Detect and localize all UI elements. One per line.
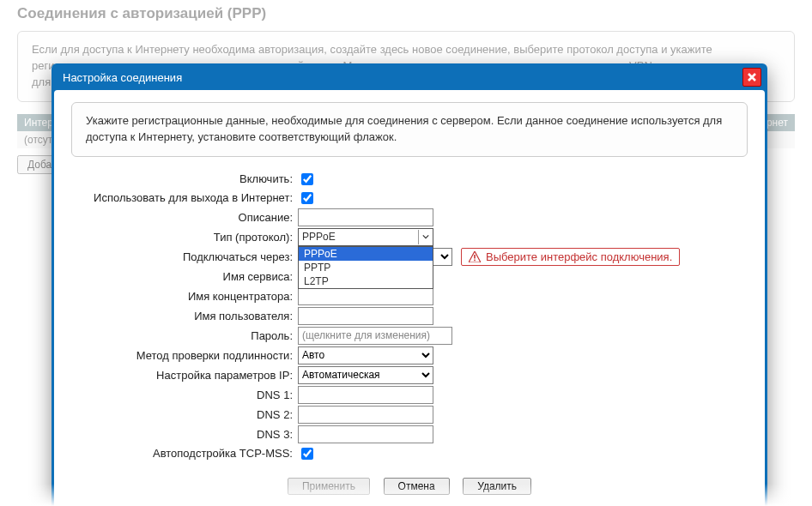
label-auth: Метод проверки подлинности: bbox=[71, 349, 298, 362]
modal-hint: Укажите регистрационные данные, необходи… bbox=[71, 102, 748, 157]
type-option[interactable]: PPPoE bbox=[299, 247, 433, 261]
dns3-input[interactable] bbox=[298, 425, 433, 443]
label-connect-via: Подключаться через: bbox=[71, 250, 298, 263]
type-select[interactable]: PPPoE PPPoE PPTP L2TP bbox=[298, 228, 433, 246]
dns1-input[interactable] bbox=[298, 386, 433, 404]
svg-rect-1 bbox=[474, 259, 476, 261]
username-input[interactable] bbox=[298, 307, 433, 325]
chevron-down-icon bbox=[418, 230, 432, 244]
label-description: Описание: bbox=[71, 211, 298, 224]
auth-method-select[interactable]: Авто bbox=[298, 346, 433, 364]
type-option[interactable]: L2TP bbox=[299, 274, 433, 288]
label-username: Имя пользователя: bbox=[71, 310, 298, 322]
label-use-internet: Использовать для выхода в Интернет: bbox=[71, 191, 298, 204]
label-ip: Настройка параметров IP: bbox=[71, 369, 298, 382]
label-enable: Включить: bbox=[71, 172, 298, 185]
svg-rect-0 bbox=[474, 255, 476, 259]
dns2-input[interactable] bbox=[298, 406, 433, 424]
type-dropdown-list: PPPoE PPTP L2TP bbox=[298, 246, 433, 289]
type-option[interactable]: PPTP bbox=[299, 261, 433, 274]
tcp-mss-checkbox[interactable] bbox=[301, 448, 313, 460]
label-dns2: DNS 2: bbox=[71, 408, 298, 421]
label-concentrator: Имя концентратора: bbox=[71, 290, 298, 303]
ip-config-select[interactable]: Автоматическая bbox=[298, 366, 433, 384]
concentrator-input[interactable] bbox=[298, 287, 433, 305]
label-service-name: Имя сервиса: bbox=[71, 270, 298, 283]
label-type: Тип (протокол): bbox=[71, 231, 298, 244]
enable-checkbox[interactable] bbox=[301, 173, 313, 185]
modal-title: Настройка соединения bbox=[63, 71, 182, 84]
label-dns3: DNS 3: bbox=[71, 428, 298, 441]
description-input[interactable] bbox=[298, 208, 433, 226]
use-internet-checkbox[interactable] bbox=[301, 192, 313, 204]
close-button[interactable] bbox=[742, 68, 761, 87]
type-selected-value: PPPoE bbox=[302, 231, 336, 243]
label-password: Пароль: bbox=[71, 329, 298, 342]
warning-icon bbox=[469, 251, 481, 262]
warning-text: Выберите интерфейс подключения. bbox=[486, 250, 672, 263]
label-dns1: DNS 1: bbox=[71, 389, 298, 401]
close-icon bbox=[747, 72, 757, 82]
interface-warning: Выберите интерфейс подключения. bbox=[461, 248, 680, 266]
page-title: Соединения с авторизацией (PPP) bbox=[17, 5, 795, 22]
label-tcp-mss: Автоподстройка TCP-MSS: bbox=[71, 447, 298, 460]
password-input[interactable] bbox=[298, 327, 452, 345]
connection-settings-modal: Настройка соединения Укажите регистрацио… bbox=[52, 63, 767, 506]
